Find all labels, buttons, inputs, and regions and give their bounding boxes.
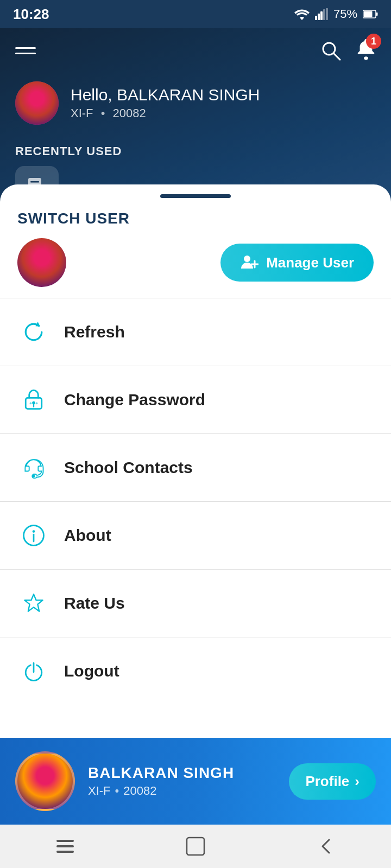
avatar-medium[interactable] — [17, 238, 66, 287]
nav-home-button[interactable] — [163, 830, 228, 863]
user-greeting: Hello, BALKARAN SINGH XI-F • 20082 — [0, 73, 391, 133]
star-icon — [21, 590, 47, 616]
svg-rect-2 — [320, 11, 323, 20]
battery-icon — [363, 9, 378, 19]
profile-bar: BALKARAN SINGH XI-F • 20082 Profile › — [0, 738, 391, 825]
chevron-right-icon: › — [355, 773, 360, 790]
svg-rect-32 — [56, 851, 74, 853]
notification-wrapper[interactable]: 1 — [356, 39, 376, 62]
nav-back-icon — [316, 837, 336, 856]
svg-rect-0 — [315, 16, 317, 20]
manage-user-button[interactable]: Manage User — [220, 244, 374, 282]
nav-menu-icon — [54, 838, 76, 855]
switch-user-section: SWITCH USER Manage User — [0, 205, 391, 298]
lock-icon-wrapper — [20, 386, 48, 414]
profile-sub: XI-F • 20082 — [88, 784, 276, 798]
refresh-label: Refresh — [64, 323, 125, 341]
headset-icon — [21, 455, 47, 481]
svg-point-23 — [36, 403, 38, 405]
nav-back-button[interactable] — [293, 830, 358, 863]
svg-line-9 — [333, 53, 340, 60]
svg-rect-30 — [56, 840, 74, 842]
nav-home-icon — [185, 835, 206, 857]
about-label: About — [64, 526, 111, 545]
greeting-text: Hello, BALKARAN SINGH — [71, 86, 260, 104]
status-bar: 10:28 75% — [0, 0, 391, 28]
nav-menu-button[interactable] — [33, 830, 98, 863]
svg-point-24 — [33, 475, 35, 477]
menu-item-rate-us[interactable]: Rate Us — [0, 570, 391, 637]
svg-point-22 — [33, 403, 35, 405]
svg-rect-3 — [323, 9, 325, 20]
school-contacts-label: School Contacts — [64, 458, 193, 477]
switch-user-title: SWITCH USER — [17, 210, 374, 227]
recently-used-label: RECENTLY USED — [15, 144, 376, 158]
menu-item-logout[interactable]: Logout — [0, 637, 391, 705]
status-icons: 75% — [294, 7, 378, 21]
handle-bar — [160, 194, 231, 198]
profile-avatar — [15, 751, 75, 811]
svg-rect-13 — [30, 181, 39, 183]
power-icon — [21, 658, 47, 684]
hamburger-menu[interactable] — [15, 47, 36, 54]
search-icon[interactable] — [320, 40, 341, 61]
svg-point-26 — [33, 530, 35, 533]
svg-rect-33 — [187, 838, 204, 855]
headset-icon-wrapper — [20, 454, 48, 482]
svg-rect-7 — [364, 11, 373, 17]
refresh-icon — [21, 319, 47, 345]
bottom-sheet: SWITCH USER Manage User — [0, 184, 391, 825]
greeting-sub: XI-F • 20082 — [71, 106, 260, 120]
manage-user-label: Manage User — [266, 254, 354, 271]
profile-info: BALKARAN SINGH XI-F • 20082 — [88, 764, 276, 798]
refresh-icon-wrapper — [20, 318, 48, 346]
menu-item-refresh[interactable]: Refresh — [0, 298, 391, 366]
star-icon-wrapper — [20, 589, 48, 617]
profile-button-label: Profile — [305, 773, 349, 790]
svg-rect-4 — [326, 8, 328, 20]
info-icon — [21, 522, 47, 548]
logout-label: Logout — [64, 662, 119, 680]
notification-badge: 1 — [366, 34, 381, 49]
menu-item-school-contacts[interactable]: School Contacts — [0, 434, 391, 501]
menu-item-about[interactable]: About — [0, 502, 391, 569]
svg-rect-31 — [56, 845, 74, 847]
user-row: Manage User — [17, 238, 374, 287]
svg-point-15 — [244, 256, 250, 262]
header-icons: 1 — [320, 39, 376, 62]
svg-point-21 — [30, 403, 32, 405]
profile-button[interactable]: Profile › — [289, 763, 376, 800]
svg-marker-28 — [24, 594, 42, 611]
sheet-handle[interactable] — [0, 184, 391, 205]
status-time: 10:28 — [13, 6, 49, 23]
lock-icon — [21, 387, 47, 413]
app-header: 1 — [0, 28, 391, 73]
menu-item-change-password[interactable]: Change Password — [0, 366, 391, 433]
rate-us-label: Rate Us — [64, 594, 125, 612]
wifi-icon — [294, 8, 310, 20]
svg-point-10 — [364, 56, 368, 60]
power-icon-wrapper — [20, 657, 48, 685]
avatar-small — [15, 81, 59, 125]
change-password-label: Change Password — [64, 391, 205, 409]
svg-rect-1 — [318, 14, 320, 20]
battery-text: 75% — [333, 7, 357, 21]
nav-bar — [0, 825, 391, 868]
svg-rect-6 — [376, 12, 378, 16]
profile-name: BALKARAN SINGH — [88, 764, 276, 782]
signal-icon — [315, 8, 328, 20]
info-icon-wrapper — [20, 521, 48, 550]
manage-user-icon — [240, 253, 258, 272]
